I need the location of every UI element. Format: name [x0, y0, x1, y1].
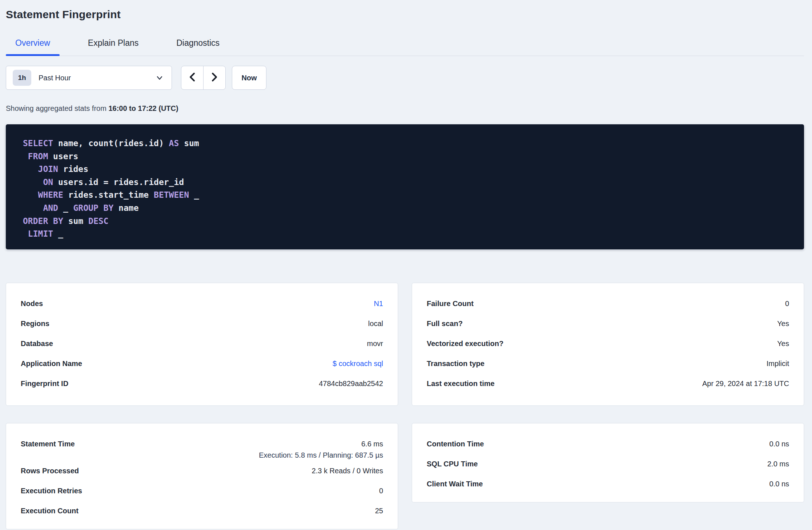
page-title: Statement Fingerprint	[6, 7, 804, 22]
row-value: 0.0 ns	[769, 480, 789, 488]
row-label: Contention Time	[427, 440, 484, 448]
stats-line-prefix: Showing aggregated stats from	[6, 104, 108, 112]
row-value: 0	[785, 300, 789, 308]
row-label: Application Name	[21, 360, 82, 368]
row-value: 25	[375, 507, 383, 515]
row-label: Rows Processed	[21, 467, 79, 475]
card-row: Failure Count0	[427, 294, 789, 314]
statement-stats-card: Statement Time6.6 msExecution: 5.8 ms / …	[6, 423, 398, 529]
card-row: Contention Time0.0 ns	[427, 434, 789, 454]
row-value: 2.3 k Reads / 0 Writes	[312, 467, 383, 475]
card-row: Execution Retries0	[21, 481, 383, 501]
row-value-link[interactable]: N1	[374, 300, 383, 308]
card-row: Execution Count25	[21, 501, 383, 521]
tab-overview[interactable]: Overview	[6, 38, 60, 56]
card-row: Client Wait Time0.0 ns	[427, 474, 789, 494]
previous-range-button[interactable]	[181, 66, 203, 89]
row-label: Full scan?	[427, 320, 463, 328]
row-subvalue: Execution: 5.8 ms / Planning: 687.5 µs	[21, 451, 383, 461]
row-label: SQL CPU Time	[427, 460, 478, 468]
row-label: Execution Retries	[21, 487, 82, 495]
now-button[interactable]: Now	[232, 66, 266, 90]
row-value: 0	[379, 487, 383, 495]
execution-attributes-card: Failure Count0Full scan?YesVectorized ex…	[412, 283, 804, 406]
row-value: Apr 29, 2024 at 17:18 UTC	[702, 380, 789, 388]
row-label: Client Wait Time	[427, 480, 483, 488]
row-value: 4784cb829aab2542	[319, 380, 383, 388]
sql-line: JOIN rides	[23, 163, 789, 176]
tab-bar: Overview Explain Plans Diagnostics	[6, 38, 804, 56]
sql-line: WHERE rides.start_time BETWEEN _	[23, 189, 789, 202]
row-value: movr	[367, 340, 383, 348]
row-label: Nodes	[21, 300, 43, 308]
sql-line: LIMIT _	[23, 228, 789, 241]
row-value: Yes	[777, 320, 789, 328]
aggregated-stats-line: Showing aggregated stats from 16:00 to 1…	[6, 104, 804, 113]
time-range-dropdown[interactable]: 1h Past Hour	[6, 66, 172, 90]
card-row: Vectorized execution?Yes	[427, 334, 789, 354]
page-content: Statement Fingerprint Overview Explain P…	[6, 7, 804, 529]
card-row: SQL CPU Time2.0 ms	[427, 454, 789, 474]
card-row: Rows Processed2.3 k Reads / 0 Writes	[21, 461, 383, 481]
row-value: local	[368, 320, 383, 328]
card-row: Transaction typeImplicit	[427, 354, 789, 374]
overview-cards-row: NodesN1RegionslocalDatabasemovrApplicati…	[6, 283, 804, 406]
tab-explain-plans[interactable]: Explain Plans	[79, 38, 148, 56]
time-controls: 1h Past Hour	[6, 66, 804, 90]
card-row: Databasemovr	[21, 334, 383, 354]
sql-line: SELECT name, count(rides.id) AS sum	[23, 137, 789, 150]
row-value: Yes	[777, 340, 789, 348]
row-label: Database	[21, 340, 53, 348]
statement-details-card: NodesN1RegionslocalDatabasemovrApplicati…	[6, 283, 398, 406]
row-value-link[interactable]: $ cockroach sql	[333, 360, 383, 368]
card-row: NodesN1	[21, 294, 383, 314]
row-value: 6.6 ms	[361, 440, 383, 448]
card-row: Fingerprint ID4784cb829aab2542	[21, 374, 383, 394]
time-stats-card: Contention Time0.0 nsSQL CPU Time2.0 msC…	[412, 423, 804, 502]
tab-diagnostics[interactable]: Diagnostics	[167, 38, 229, 56]
sql-line: AND _ GROUP BY name	[23, 202, 789, 215]
card-row: Last execution timeApr 29, 2024 at 17:18…	[427, 374, 789, 394]
row-label: Statement Time	[21, 440, 75, 448]
sql-line: FROM users	[23, 150, 789, 163]
chevron-down-icon	[156, 74, 164, 82]
row-label: Last execution time	[427, 380, 495, 388]
card-row: Regionslocal	[21, 314, 383, 334]
row-label: Regions	[21, 320, 49, 328]
row-value: Implicit	[767, 360, 789, 368]
card-row: Application Name$ cockroach sql	[21, 354, 383, 374]
row-label: Fingerprint ID	[21, 380, 68, 388]
row-value: 2.0 ms	[767, 460, 789, 468]
sql-line: ORDER BY sum DESC	[23, 215, 789, 228]
row-label: Vectorized execution?	[427, 340, 503, 348]
time-range-selected: Past Hour	[39, 74, 71, 82]
sql-statement-box: SELECT name, count(rides.id) AS sum FROM…	[6, 124, 804, 249]
row-label: Transaction type	[427, 360, 485, 368]
chevron-left-icon	[188, 72, 197, 84]
sql-line: ON users.id = rides.rider_id	[23, 176, 789, 189]
time-range-arrows	[181, 66, 226, 90]
row-value: 0.0 ns	[769, 440, 789, 448]
next-range-button[interactable]	[203, 66, 225, 89]
stats-line-range: 16:00 to 17:22 (UTC)	[108, 104, 178, 112]
time-range-badge: 1h	[13, 70, 31, 86]
stats-cards-row: Statement Time6.6 msExecution: 5.8 ms / …	[6, 423, 804, 529]
card-row: Full scan?Yes	[427, 314, 789, 334]
chevron-right-icon	[210, 72, 219, 84]
row-label: Execution Count	[21, 507, 79, 515]
row-label: Failure Count	[427, 300, 474, 308]
